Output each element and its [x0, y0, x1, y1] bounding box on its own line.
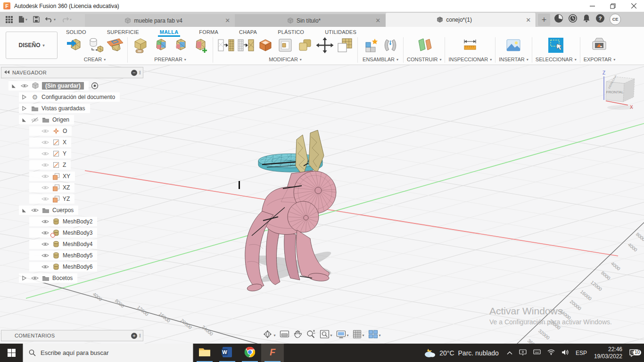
- tree-item-label[interactable]: MeshBody4: [63, 241, 92, 247]
- tree-row-z[interactable]: Z: [1, 159, 147, 171]
- eye-icon[interactable]: [41, 229, 50, 237]
- orbit-button[interactable]: ▾: [263, 330, 275, 340]
- display-settings-button[interactable]: ▾: [336, 330, 348, 340]
- eye-icon[interactable]: [20, 82, 29, 90]
- close-icon[interactable]: ✕: [375, 17, 380, 24]
- tree-row-xz[interactable]: XZ: [1, 182, 147, 193]
- tree-item-label[interactable]: Configuración del documento: [41, 94, 115, 100]
- ribbon-tab-solido[interactable]: SOLIDO: [66, 29, 86, 35]
- collapse-panel-icon[interactable]: [4, 70, 10, 75]
- move-button[interactable]: [315, 37, 334, 56]
- mesh-add-button[interactable]: [190, 37, 209, 56]
- tree-row-o[interactable]: O: [1, 125, 147, 137]
- tab-conejo[interactable]: conejo*(1) ✕: [386, 13, 536, 27]
- group-label[interactable]: ENSAMBLAR▾: [363, 57, 398, 62]
- collapse-all-icon[interactable]: −: [131, 70, 137, 76]
- eye-icon[interactable]: [41, 127, 50, 135]
- close-icon[interactable]: ✕: [526, 16, 531, 24]
- tree-row-meshbody4[interactable]: MeshBody4: [1, 239, 147, 250]
- insert-mesh-button[interactable]: [66, 37, 84, 56]
- construction-plane-button[interactable]: [415, 37, 434, 56]
- expander-open-icon[interactable]: [20, 206, 28, 214]
- tree-item-label[interactable]: Origen: [52, 116, 69, 123]
- ribbon-tab-chapa[interactable]: CHAPA: [239, 29, 257, 35]
- viewcube-front-face[interactable]: FRONTAL: [606, 90, 624, 94]
- tree-row-meshbody5[interactable]: MeshBody5: [1, 250, 147, 261]
- eye-icon[interactable]: [31, 206, 39, 214]
- ribbon-tab-malla[interactable]: MALLA: [160, 29, 179, 35]
- chrome-taskbar-button[interactable]: [239, 344, 261, 362]
- shell-button[interactable]: [256, 37, 275, 56]
- wifi-tray-button[interactable]: [544, 349, 558, 356]
- maximize-button[interactable]: [603, 0, 623, 12]
- chevron-up-tray-button[interactable]: [504, 350, 516, 356]
- joint-button[interactable]: [381, 37, 400, 56]
- tree-item-label[interactable]: Z: [63, 162, 66, 168]
- tree-item-label[interactable]: MeshBody5: [63, 252, 92, 259]
- expander-open-icon[interactable]: [20, 116, 28, 123]
- eye-icon[interactable]: [41, 161, 50, 169]
- tree-item-label[interactable]: Bocetos: [52, 275, 73, 281]
- fusion-taskbar-button[interactable]: F: [261, 344, 284, 362]
- tree-item-label[interactable]: XY: [63, 173, 70, 180]
- volume-tray-button[interactable]: [558, 349, 572, 357]
- tree-item-label[interactable]: MeshBody2: [63, 218, 92, 225]
- expander-closed-icon[interactable]: [20, 274, 28, 282]
- tree-row--sin-guardar-[interactable]: (Sin guardar): [1, 80, 147, 91]
- tree-row-xy[interactable]: XY: [1, 171, 147, 182]
- mesh-rabbit-pink[interactable]: [245, 171, 336, 292]
- tree-item-label[interactable]: XZ: [63, 184, 70, 191]
- weather-widget[interactable]: 20°C Parc. nublado: [419, 348, 504, 358]
- tree-item-label[interactable]: Cuerpos: [52, 207, 74, 214]
- tree-row-meshbody2[interactable]: MeshBody2: [1, 216, 147, 227]
- avatar[interactable]: CE: [610, 14, 621, 25]
- file-explorer-taskbar-button[interactable]: [193, 344, 216, 362]
- tree-item-label[interactable]: X: [63, 139, 66, 146]
- eye-icon[interactable]: [41, 195, 50, 203]
- grid-settings-button[interactable]: ▾: [353, 330, 364, 340]
- eye-icon[interactable]: [31, 274, 39, 282]
- expander-closed-icon[interactable]: [20, 93, 28, 101]
- new-component-button[interactable]: [361, 37, 380, 56]
- eye-icon[interactable]: [41, 218, 50, 225]
- facegroups-merge-button[interactable]: [171, 37, 190, 56]
- tree-row-y[interactable]: Y: [1, 148, 147, 159]
- zoom-button[interactable]: [306, 330, 315, 340]
- tree-item-label[interactable]: (Sin guardar): [42, 82, 84, 90]
- ribbon-tab-utilidades[interactable]: UTILIDADES: [325, 29, 356, 35]
- tree-item-label[interactable]: MeshBody3: [63, 230, 92, 236]
- look-at-button[interactable]: [280, 330, 289, 340]
- group-label[interactable]: INSERTAR▾: [499, 57, 528, 62]
- measure-button[interactable]: [461, 37, 479, 56]
- group-label[interactable]: PREPARAR▾: [154, 57, 186, 62]
- taskbar-clock[interactable]: 22:46 19/03/2022: [590, 346, 626, 360]
- new-tab-button[interactable]: +: [538, 14, 550, 26]
- insert-image-button[interactable]: [504, 37, 523, 56]
- generate-facegroups-button[interactable]: [131, 37, 150, 56]
- eye-icon[interactable]: [41, 184, 50, 191]
- tree-item-label[interactable]: O: [63, 128, 67, 134]
- notifications-bell-icon[interactable]: [582, 14, 591, 25]
- tree-row-cuerpos[interactable]: Cuerpos: [1, 205, 147, 216]
- fit-button[interactable]: ▾: [320, 330, 332, 340]
- wireless-display-tray-button[interactable]: [516, 349, 530, 357]
- extensions-icon[interactable]: [554, 14, 563, 25]
- reduce-button[interactable]: [236, 37, 255, 56]
- tree-row-bocetos[interactable]: Bocetos: [1, 272, 147, 284]
- ribbon-tab-superficie[interactable]: SUPERFICIE: [107, 29, 139, 35]
- expander-closed-icon[interactable]: [20, 105, 28, 112]
- file-menu-icon[interactable]: ▾: [17, 14, 29, 25]
- eye-icon[interactable]: [41, 173, 50, 180]
- job-status-clock-icon[interactable]: [568, 14, 578, 25]
- minimize-button[interactable]: [582, 0, 603, 12]
- remesh-button[interactable]: [216, 37, 235, 56]
- export-button[interactable]: [590, 37, 609, 56]
- group-label[interactable]: INSPECCIONAR▾: [448, 57, 492, 62]
- tree-item-label[interactable]: YZ: [63, 196, 70, 202]
- eye-icon[interactable]: [41, 139, 50, 146]
- facegroups-paint-button[interactable]: [151, 37, 170, 56]
- ribbon-tab-forma[interactable]: FORMA: [199, 29, 218, 35]
- select-window-button[interactable]: [546, 37, 565, 56]
- prism-edit-button[interactable]: [276, 37, 295, 56]
- close-icon[interactable]: ✕: [225, 17, 230, 24]
